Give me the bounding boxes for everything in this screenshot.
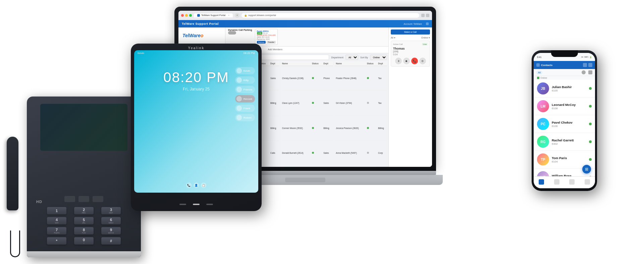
contact-name: Clara Lyon (1247) (281, 91, 311, 116)
dept-select[interactable]: All (345, 55, 358, 60)
hold-button[interactable]: ⏺ (403, 58, 410, 64)
sort-select[interactable]: Online (370, 55, 387, 60)
signal-icon: ▪▪▪ (581, 56, 583, 58)
browser-close[interactable] (181, 14, 184, 17)
tablet-recent-btn[interactable] (206, 204, 213, 205)
contact-name: Donald Burnett (2614) (281, 140, 311, 165)
contact-online-dot (589, 105, 592, 108)
phone-keypad: 1 2ABC 3DEF 4GHI 5JKL 6MNO 7PQRS 8TUV 9W… (47, 207, 121, 247)
header-menu-icon[interactable] (426, 22, 429, 25)
mobile-nav-recent[interactable] (569, 179, 575, 185)
side-contact-kevin: Kevin (235, 67, 255, 74)
key-4[interactable]: 4GHI (47, 217, 66, 224)
key-6[interactable]: 6MNO (101, 217, 121, 224)
mobile-contact-item[interactable]: LM Leonard McCoy 6108 (534, 97, 595, 115)
col-name-2: Name (281, 61, 311, 66)
contact-ext: 6105 (552, 89, 586, 92)
tab-close-icon[interactable]: × (228, 14, 229, 16)
mobile-nav-dialpad[interactable] (554, 179, 559, 185)
table-row[interactable]: Jessica Pearson (3620) Billing (334, 116, 387, 140)
key-7[interactable]: 7PQRS (47, 227, 66, 235)
mobile-nav-contacts[interactable] (585, 179, 590, 185)
table-row[interactable]: Floater Phone (3948) Tax (334, 66, 387, 91)
col-dept-1: Dept (269, 61, 279, 66)
browser-maximize[interactable] (189, 14, 192, 17)
key-0[interactable]: 0+ (74, 237, 94, 245)
contact-online-dot (589, 140, 592, 143)
contact-status (366, 91, 377, 116)
browser-minimize[interactable] (185, 14, 188, 17)
keypad-row-3: 7PQRS 8TUV 9WXYZ (47, 227, 121, 235)
app-header: TelWare Support Portal Account: TelWare (178, 20, 432, 27)
key-3[interactable]: 3DEF (101, 207, 121, 214)
mobile-search-btn[interactable] (583, 63, 587, 67)
mobile-filter-search-icon[interactable] (582, 70, 586, 74)
key-star[interactable]: * (47, 237, 66, 245)
tablet-screen: Kevin 08:20 PM 08:20 PM Fri, January 25 … (134, 50, 258, 193)
key-1[interactable]: 1 (47, 207, 66, 214)
key-hash[interactable]: # (101, 237, 121, 245)
key-8[interactable]: 8TUV (74, 227, 94, 235)
key-2[interactable]: 2ABC (74, 207, 94, 214)
tab-add-members[interactable]: Add Members (264, 47, 286, 53)
contact-name: Leonard McCoy (552, 103, 586, 107)
call-controls: ⏸ ⏺ 📞 ⚙ (393, 58, 428, 64)
tablet-side-contacts: Kevin Kitty Francis Record Frank (235, 67, 255, 121)
retrieve-btn[interactable]: Retrieve (257, 41, 266, 44)
table-row[interactable]: Conner Moore (3532) Billing (281, 116, 333, 140)
browser-url-bar[interactable]: 🔒 support.telware.com/portal (241, 13, 419, 18)
battery-icon: 🔋 (589, 56, 592, 58)
parking-toggle[interactable] (228, 31, 236, 35)
table-row[interactable]: Clara Lyon (1247) Sales (281, 91, 333, 116)
filter-all: All ▾ Online ▾ (391, 37, 430, 39)
contact-info: Tom Paris 6104 (552, 156, 586, 163)
mobile-bottom-nav (534, 176, 595, 188)
parking-slot[interactable]: Park1 (8001) LIVE 00:14 WIRELESS CALLER … (255, 29, 278, 45)
tablet-action-icons: 📞 👤 📋 (186, 183, 206, 188)
contact-name: Anna Macbeth (5497) (334, 140, 365, 165)
table-row[interactable]: Anna Macbeth (5497) Corp (334, 140, 387, 165)
transfer-btn[interactable]: Transfer (267, 41, 275, 44)
table-row[interactable]: Christy Daniels (2198) Phone (281, 66, 333, 91)
table-row[interactable]: Donald Burnett (2614) Sales (281, 140, 333, 165)
mobile-contact-item[interactable]: PC Pavel Chekov 6106 (534, 115, 595, 133)
tablet-back-btn[interactable] (179, 204, 186, 205)
col-status-3: Status (366, 61, 377, 66)
contact-dept: Billing (269, 116, 279, 140)
mobile-screen: 9:41 ▪▪▪ WiFi 🔋 Contacts (534, 53, 595, 188)
mobile-more-btn[interactable] (588, 63, 592, 67)
contact-online-dot (589, 123, 592, 125)
key-9[interactable]: 9WXYZ (101, 227, 121, 235)
tablet-status-bar: Kevin 08:20 PM (134, 50, 258, 56)
mobile-contact-item[interactable]: JB Julian Bashir 6105 (534, 80, 595, 97)
browser-chrome: TelWare Support Portal × + 🔒 support.tel… (178, 11, 432, 20)
contact-info: Julian Bashir 6105 (552, 85, 586, 92)
call-status-badge: Live (422, 43, 428, 46)
contact-ext: 6108 (552, 107, 586, 110)
mute-button[interactable]: ⏸ (395, 58, 402, 64)
mobile-contact-item[interactable]: RG Rachel Garrett 6302 (534, 133, 595, 151)
call-card-header: Active Call Live (393, 43, 428, 46)
mobile-menu-icon[interactable] (536, 63, 540, 67)
make-call-button[interactable]: Make a Call (391, 29, 430, 35)
contact-status (311, 140, 322, 165)
mobile-nav-home[interactable] (539, 179, 544, 185)
mobile-filter-icon[interactable] (588, 70, 592, 74)
new-tab-btn[interactable]: + (235, 13, 239, 18)
mobile-app-header: Contacts (534, 61, 595, 69)
tablet-home-btn[interactable] (193, 204, 200, 205)
browser-refresh-icon[interactable] (421, 14, 425, 17)
parking-title: Dynamic Call Parking (228, 29, 252, 31)
browser-tab[interactable]: TelWare Support Portal × (194, 13, 233, 17)
browser-actions (421, 14, 429, 17)
filter-all[interactable]: All (536, 71, 542, 74)
browser-menu-icon[interactable] (426, 14, 429, 17)
end-call-button[interactable]: 📞 (411, 58, 418, 64)
mobile-status-icons: ▪▪▪ WiFi 🔋 (581, 56, 592, 58)
key-5[interactable]: 5JKL (74, 217, 94, 224)
laptop-trackpad[interactable] (285, 178, 325, 182)
table-row[interactable]: Gil Vision (3794) Tax (334, 91, 387, 116)
mobile-fab[interactable]: ⊞ (582, 165, 591, 174)
settings-call-button[interactable]: ⚙ (419, 58, 426, 64)
tab-favicon (197, 14, 200, 17)
